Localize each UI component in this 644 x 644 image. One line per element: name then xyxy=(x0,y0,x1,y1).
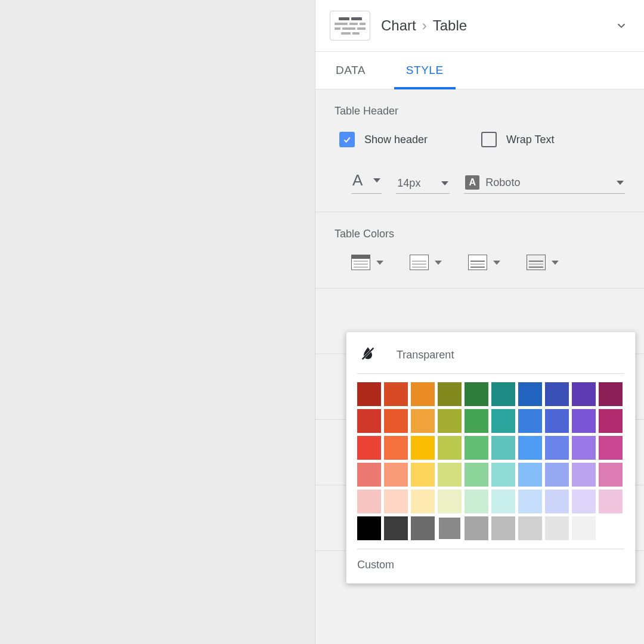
table-alt-row-color-icon xyxy=(468,255,487,270)
color-swatch[interactable] xyxy=(518,490,542,513)
color-swatch[interactable] xyxy=(465,463,488,487)
wrap-text-label: Wrap Text xyxy=(506,134,554,146)
chevron-down-icon xyxy=(373,178,380,182)
color-swatch[interactable] xyxy=(465,409,488,433)
table-border-color-icon xyxy=(527,255,546,270)
color-swatch[interactable] xyxy=(545,516,569,540)
chevron-down-icon xyxy=(552,261,559,265)
color-swatch[interactable] xyxy=(572,382,596,406)
color-swatch[interactable] xyxy=(491,490,515,513)
color-swatch[interactable] xyxy=(465,516,488,540)
breadcrumb-table[interactable]: Table xyxy=(433,17,467,34)
chevron-down-icon xyxy=(441,181,448,185)
color-swatch[interactable] xyxy=(491,409,515,433)
color-swatch[interactable] xyxy=(572,463,596,487)
color-swatch[interactable] xyxy=(572,436,596,460)
color-swatch[interactable] xyxy=(465,382,488,406)
color-swatch[interactable] xyxy=(599,516,623,540)
custom-color-option[interactable]: Custom xyxy=(357,549,624,571)
chevron-down-icon xyxy=(617,181,624,185)
color-swatch[interactable] xyxy=(491,436,515,460)
color-swatch[interactable] xyxy=(545,463,569,487)
color-swatch[interactable] xyxy=(599,436,623,460)
color-swatch[interactable] xyxy=(411,382,435,406)
color-swatch[interactable] xyxy=(384,382,408,406)
collapse-panel-button[interactable] xyxy=(613,17,630,34)
font-family-value: Roboto xyxy=(485,177,569,189)
color-swatch[interactable] xyxy=(438,463,462,487)
color-swatch[interactable] xyxy=(491,463,515,487)
color-swatch[interactable] xyxy=(599,382,623,406)
wrap-text-checkbox[interactable] xyxy=(481,132,497,147)
table-row-color-icon xyxy=(410,255,429,270)
show-header-checkbox[interactable] xyxy=(339,132,355,147)
color-swatch[interactable] xyxy=(518,436,542,460)
alt-row-color-dropdown[interactable] xyxy=(468,255,500,270)
color-swatch[interactable] xyxy=(357,463,381,487)
show-header-label: Show header xyxy=(364,134,428,146)
chart-type-icon xyxy=(330,11,370,41)
row-color-dropdown[interactable] xyxy=(410,255,442,270)
color-swatch[interactable] xyxy=(465,436,488,460)
color-swatch[interactable] xyxy=(572,409,596,433)
font-color-dropdown[interactable]: A xyxy=(351,171,382,194)
color-swatch[interactable] xyxy=(357,516,381,540)
color-swatch[interactable] xyxy=(518,382,542,406)
font-icon: A xyxy=(465,175,479,190)
color-swatch[interactable] xyxy=(411,490,435,513)
color-swatch[interactable] xyxy=(438,436,462,460)
color-picker-popover: Transparent Custom xyxy=(346,332,636,584)
color-swatch[interactable] xyxy=(411,516,435,540)
transparent-icon xyxy=(360,345,376,365)
border-color-dropdown[interactable] xyxy=(527,255,559,270)
color-swatch[interactable] xyxy=(384,436,408,460)
font-size-dropdown[interactable]: 14px xyxy=(396,177,450,194)
color-swatch[interactable] xyxy=(599,490,623,513)
color-swatch[interactable] xyxy=(357,490,381,513)
transparent-label: Transparent xyxy=(397,349,454,361)
font-size-value: 14px xyxy=(397,177,420,190)
color-swatch[interactable] xyxy=(545,436,569,460)
color-swatch[interactable] xyxy=(572,490,596,513)
color-swatch[interactable] xyxy=(384,490,408,513)
color-swatch[interactable] xyxy=(465,490,488,513)
color-swatch[interactable] xyxy=(411,436,435,460)
color-swatch[interactable] xyxy=(384,516,408,540)
chevron-down-icon xyxy=(493,261,500,265)
color-swatch[interactable] xyxy=(545,382,569,406)
breadcrumb-chart[interactable]: Chart xyxy=(381,17,416,34)
text-color-icon: A xyxy=(352,171,366,190)
transparent-option[interactable]: Transparent xyxy=(357,343,624,374)
color-swatch[interactable] xyxy=(357,409,381,433)
color-swatch[interactable] xyxy=(518,409,542,433)
chevron-right-icon: › xyxy=(422,17,427,34)
section-title-table-colors: Table Colors xyxy=(315,228,644,255)
color-swatch[interactable] xyxy=(411,409,435,433)
chevron-down-icon xyxy=(435,261,442,265)
color-swatch[interactable] xyxy=(384,463,408,487)
color-swatch[interactable] xyxy=(491,382,515,406)
color-swatch[interactable] xyxy=(518,463,542,487)
color-swatch[interactable] xyxy=(599,463,623,487)
color-swatch[interactable] xyxy=(357,382,381,406)
tab-style[interactable]: STYLE xyxy=(386,52,464,89)
header-color-dropdown[interactable] xyxy=(351,255,383,270)
color-swatch[interactable] xyxy=(491,516,515,540)
table-header-color-icon xyxy=(351,255,370,270)
font-family-dropdown[interactable]: A Roboto xyxy=(464,175,625,194)
color-swatch[interactable] xyxy=(545,409,569,433)
chevron-down-icon xyxy=(376,261,383,265)
color-swatch[interactable] xyxy=(438,382,462,406)
color-swatch[interactable] xyxy=(357,436,381,460)
color-swatch[interactable] xyxy=(438,516,462,540)
color-swatch[interactable] xyxy=(438,490,462,513)
color-swatch[interactable] xyxy=(599,409,623,433)
color-swatch[interactable] xyxy=(411,463,435,487)
color-swatch[interactable] xyxy=(384,409,408,433)
color-swatch[interactable] xyxy=(518,516,542,540)
color-swatch[interactable] xyxy=(438,409,462,433)
color-swatch[interactable] xyxy=(545,490,569,513)
section-title-table-header: Table Header xyxy=(315,105,644,132)
color-swatch[interactable] xyxy=(572,516,596,540)
tab-data[interactable]: DATA xyxy=(315,52,386,89)
